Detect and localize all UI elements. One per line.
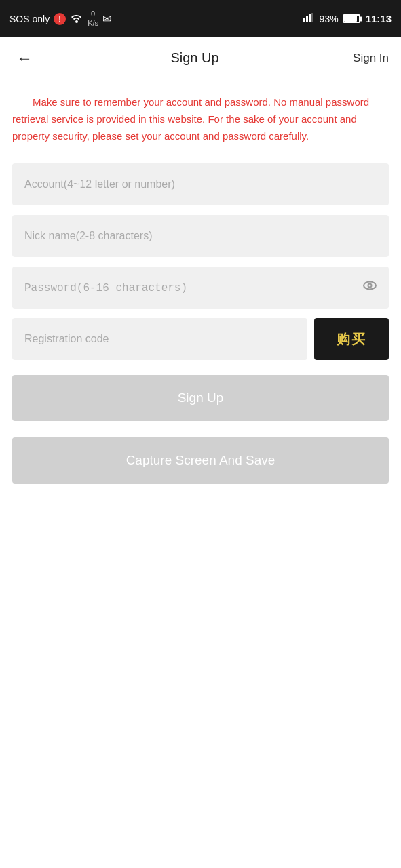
regcode-row: 购买: [12, 318, 389, 360]
navbar: ← Sign Up Sign In: [0, 37, 401, 79]
password-input[interactable]: [12, 267, 389, 309]
status-left: SOS only ! 0K/s ✉: [9, 9, 111, 27]
warning-text: Make sure to remember your account and p…: [12, 94, 389, 144]
message-icon: ✉: [102, 12, 111, 25]
regcode-input[interactable]: [12, 318, 307, 360]
speed-label: 0K/s: [88, 9, 98, 27]
alert-icon: !: [54, 13, 66, 25]
signup-button[interactable]: Sign Up: [12, 375, 389, 421]
account-input[interactable]: [12, 163, 389, 205]
status-right: 93% 11:13: [303, 13, 392, 24]
svg-rect-1: [306, 16, 308, 22]
svg-point-4: [364, 282, 376, 290]
password-input-group: [12, 267, 389, 309]
back-button[interactable]: ←: [12, 45, 37, 72]
status-bar: SOS only ! 0K/s ✉ 93% 11:13: [0, 0, 401, 37]
svg-point-5: [368, 284, 372, 288]
signin-link[interactable]: Sign In: [353, 52, 389, 65]
battery-percent: 93%: [320, 14, 339, 24]
password-wrapper: [12, 267, 389, 309]
main-content: Make sure to remember your account and p…: [0, 79, 401, 504]
nickname-input-group: [12, 215, 389, 257]
battery-icon: [343, 14, 360, 23]
buy-button[interactable]: 购买: [314, 318, 389, 360]
sos-label: SOS only: [9, 14, 50, 24]
svg-rect-2: [309, 14, 311, 22]
svg-rect-0: [303, 18, 305, 22]
nickname-input[interactable]: [12, 215, 389, 257]
account-input-group: [12, 163, 389, 205]
wifi-icon: [70, 12, 83, 26]
status-time: 11:13: [366, 13, 392, 24]
toggle-password-icon[interactable]: [362, 277, 378, 298]
capture-button[interactable]: Capture Screen And Save: [12, 437, 389, 484]
page-title: Sign Up: [170, 50, 218, 66]
signal-icon: [303, 13, 316, 24]
svg-rect-3: [311, 13, 313, 22]
